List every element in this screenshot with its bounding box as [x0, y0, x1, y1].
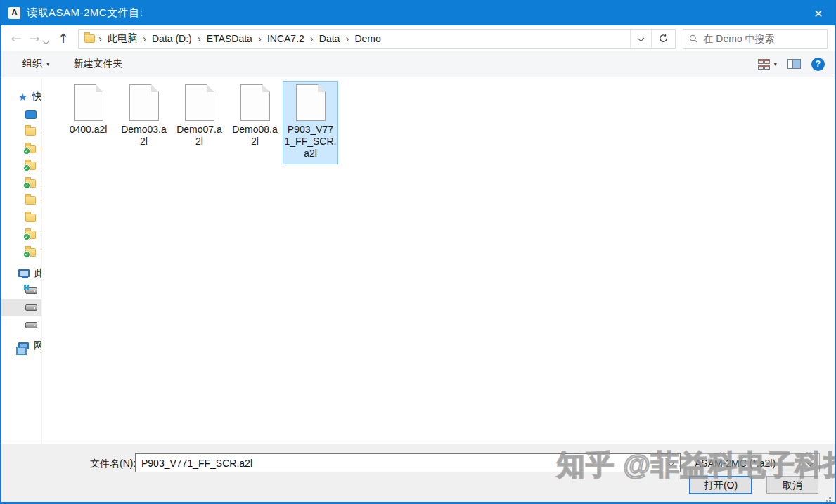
- sidebar-item-this-pc[interactable]: 此: [1, 265, 41, 282]
- breadcrumb-item[interactable]: Demo: [349, 33, 385, 44]
- chevron-down-icon: ▾: [46, 60, 50, 67]
- filetype-select[interactable]: ASAM-2MC (*.a2l): [688, 453, 820, 472]
- filename-input[interactable]: [136, 458, 662, 469]
- sync-check-icon: ✓: [23, 233, 30, 240]
- navigation-bar: ← → ↑ › 此电脑 › Data (D:) › ETASData › INC…: [1, 25, 835, 51]
- sidebar-item-desktop[interactable]: 桌: [1, 106, 41, 123]
- file-item[interactable]: Demo08.a 2l: [227, 81, 283, 153]
- up-arrow-icon: ↑: [58, 31, 68, 46]
- sidebar-item-quick-access[interactable]: ★ 快: [1, 89, 41, 105]
- organize-button[interactable]: 组织 ▾: [22, 58, 50, 70]
- network-icon: [18, 342, 29, 349]
- open-button[interactable]: 打开(O): [689, 476, 752, 494]
- sidebar-item-drive[interactable]: S: [1, 316, 41, 333]
- search-icon: [689, 34, 697, 44]
- address-bar[interactable]: › 此电脑 › Data (D:) › ETASData › INCA7.2 ›…: [78, 29, 676, 49]
- breadcrumb-item[interactable]: Data (D:): [147, 33, 197, 44]
- breadcrumb-item[interactable]: 此电脑: [103, 32, 142, 45]
- breadcrumb-separator-icon[interactable]: ›: [345, 32, 349, 44]
- sidebar-item-folder[interactable]: ✓ 2: [1, 157, 41, 174]
- thumbnails-view-icon: [758, 59, 770, 70]
- forward-button[interactable]: →: [25, 31, 44, 46]
- sidebar-item-label: 快: [32, 91, 42, 103]
- sync-check-icon: ✓: [23, 182, 30, 189]
- folder-synced-icon: ✓: [25, 231, 36, 239]
- change-view-button[interactable]: ▾: [758, 59, 777, 70]
- search-input[interactable]: [703, 33, 821, 44]
- breadcrumb: › 此电脑 › Data (D:) › ETASData › INCA7.2 ›…: [79, 30, 630, 48]
- system-drive-icon: [25, 287, 37, 294]
- up-button[interactable]: ↑: [54, 31, 72, 46]
- breadcrumb-separator-icon[interactable]: ›: [257, 32, 262, 44]
- chevron-down-icon: [43, 37, 50, 44]
- file-label: 0400.a2l: [62, 124, 115, 136]
- file-label: Demo08.a 2l: [229, 124, 281, 148]
- back-icon: ←: [11, 31, 21, 46]
- folder-icon: [84, 34, 95, 43]
- file-label: Demo03.a 2l: [117, 124, 170, 148]
- file-icon: [296, 84, 326, 121]
- organize-label: 组织: [22, 58, 42, 70]
- sidebar-item-folder[interactable]: ✓ 0: [1, 141, 41, 157]
- drive-icon: [25, 304, 37, 311]
- sync-check-icon: ✓: [23, 164, 30, 172]
- filetype-dropdown-button[interactable]: [801, 460, 819, 465]
- preview-pane-button[interactable]: [787, 59, 801, 69]
- refresh-button[interactable]: [651, 30, 675, 48]
- sidebar-item-data-drive[interactable]: D: [1, 299, 41, 316]
- sidebar-item-label: 此: [34, 267, 42, 280]
- address-dropdown-button[interactable]: [630, 30, 651, 48]
- sidebar-item-folder[interactable]: 3: [1, 192, 41, 209]
- resize-grip[interactable]: [829, 497, 831, 499]
- cancel-button[interactable]: 取消: [766, 476, 818, 494]
- toolbar-right-group: ▾ ?: [758, 58, 825, 71]
- breadcrumb-separator-icon[interactable]: ›: [142, 32, 147, 44]
- file-label: P903_V77 1_FF_SCR. a2l: [284, 124, 337, 160]
- file-label: Demo07.a 2l: [173, 124, 226, 148]
- sync-check-icon: ✓: [23, 148, 30, 155]
- windows-logo-icon: [24, 285, 26, 287]
- help-button[interactable]: ?: [811, 58, 825, 71]
- filename-dropdown-button[interactable]: [662, 460, 680, 465]
- command-toolbar: 组织 ▾ 新建文件夹 ▾ ?: [1, 51, 835, 77]
- file-icon: [74, 84, 103, 121]
- back-button[interactable]: ←: [7, 31, 25, 46]
- file-item[interactable]: Demo07.a 2l: [172, 81, 227, 153]
- folder-synced-icon: ✓: [25, 179, 36, 188]
- breadcrumb-item[interactable]: ETASData: [202, 33, 257, 44]
- sidebar-item-folder[interactable]: 代: [1, 123, 41, 140]
- file-icon: [185, 84, 214, 121]
- breadcrumb-item[interactable]: INCA7.2: [262, 33, 309, 44]
- breadcrumb-separator-icon[interactable]: ›: [197, 32, 202, 44]
- file-item[interactable]: 0400.a2l: [60, 81, 116, 141]
- file-item-selected[interactable]: P903_V77 1_FF_SCR. a2l: [283, 81, 338, 164]
- forward-icon: →: [29, 31, 39, 46]
- breadcrumb-separator-icon[interactable]: ›: [309, 32, 314, 44]
- close-icon: ×: [814, 6, 823, 20]
- sidebar-item-folder[interactable]: ✓ 一: [1, 244, 41, 261]
- recent-locations-button[interactable]: [44, 34, 49, 46]
- breadcrumb-item[interactable]: Data: [314, 33, 345, 44]
- file-item[interactable]: Demo03.a 2l: [116, 81, 172, 153]
- search-box[interactable]: [683, 29, 828, 49]
- folder-synced-icon: ✓: [25, 145, 36, 153]
- file-list: 0400.a2l Demo03.a 2l Demo07.a 2l Demo08.…: [42, 77, 338, 444]
- new-folder-button[interactable]: 新建文件夹: [74, 58, 123, 70]
- app-icon: A: [8, 7, 20, 19]
- sidebar-item-folder[interactable]: ✓ 7: [1, 226, 41, 243]
- drive-icon: [25, 322, 37, 328]
- sidebar-item-network[interactable]: 网: [1, 337, 41, 354]
- folder-synced-icon: ✓: [25, 248, 36, 257]
- sidebar-item-folder[interactable]: ✓ 2: [1, 175, 41, 192]
- navigation-pane: ★ 快 桌 代 ✓ 0 ✓ 2 ✓ 2: [1, 77, 42, 444]
- sidebar-item-system-drive[interactable]: 本: [1, 282, 41, 299]
- sidebar-item-label: 网: [34, 340, 42, 352]
- file-icon: [129, 84, 159, 121]
- filename-label: 文件名(N):: [90, 458, 136, 470]
- filetype-value: ASAM-2MC (*.a2l): [688, 458, 801, 469]
- close-button[interactable]: ×: [802, 0, 835, 25]
- folder-synced-icon: ✓: [25, 162, 36, 170]
- sidebar-item-folder[interactable]: 1: [1, 209, 41, 226]
- file-icon: [240, 84, 270, 121]
- breadcrumb-separator-icon[interactable]: ›: [98, 32, 103, 44]
